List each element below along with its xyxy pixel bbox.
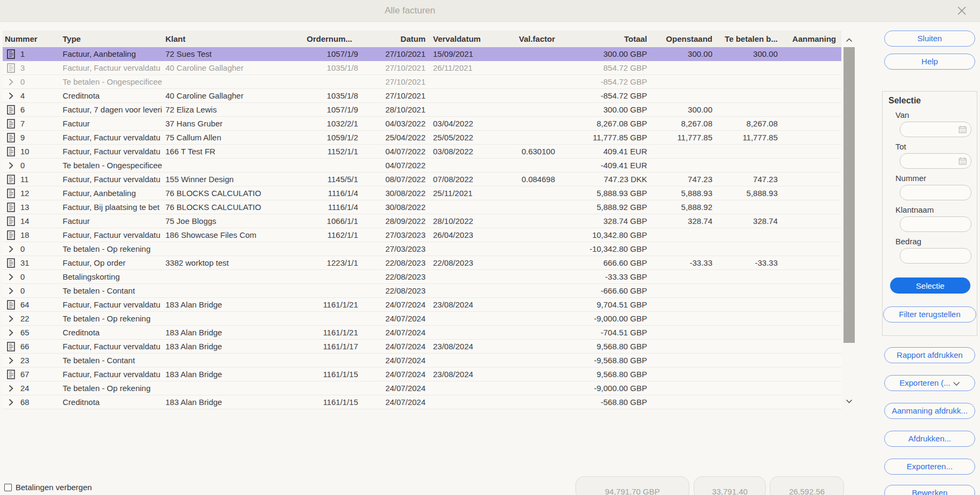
table-row[interactable]: 14Factuur75 Joe Bloggs1066/1/128/09/2022… (3, 214, 841, 228)
chevron-right-icon[interactable] (6, 78, 16, 86)
cell-aanmaning (778, 186, 841, 200)
scroll-down-icon[interactable] (842, 395, 856, 408)
table-row[interactable]: 0Te betalen - Contant22/08/2023-666.60 G… (3, 284, 841, 298)
table-row[interactable]: 0Te betalen - Op rekening27/03/2023-10,3… (3, 242, 841, 256)
column-header-aanmaning[interactable]: Aanmaning (778, 31, 841, 47)
cell-aanmaning (778, 103, 841, 116)
cell-totaal: -409.41 EUR (555, 159, 647, 172)
rapport-afdrukken-button[interactable]: Rapport afdrukken (884, 347, 975, 363)
cell-order: 1161/1/15 (305, 368, 358, 381)
cell-klant: 76 BLOCKS CALCULATIO (164, 186, 305, 200)
table-row[interactable]: 12Factuur, Aanbetaling76 BLOCKS CALCULAT… (3, 186, 841, 200)
table-row[interactable]: 0Te betalen - Ongespecificee27/10/2021-8… (3, 75, 841, 89)
sluiten-button[interactable]: Sluiten (884, 31, 975, 47)
column-header-verval[interactable]: Vervaldatum (426, 31, 491, 47)
cell-nummer: 64 (3, 298, 62, 311)
chevron-right-icon[interactable] (6, 315, 16, 322)
cell-betalen (712, 145, 778, 158)
bewerken-button[interactable]: Bewerken (884, 485, 975, 495)
vertical-scrollbar[interactable] (842, 31, 856, 409)
aanmaning-afdrukken-button[interactable]: Aanmaning afdrukk... (884, 403, 975, 419)
afdrukken-button[interactable]: Afdrukken... (884, 431, 975, 447)
cell-totaal: 666.60 GBP (555, 256, 647, 269)
cell-totaal: 409.41 EUR (555, 145, 647, 158)
cell-aanmaning (778, 270, 841, 283)
cell-type: Factuur, Bij plaatsing te bet (62, 200, 164, 214)
cell-type: Factuur, Factuur vervaldatu (62, 340, 164, 353)
cell-order: 1223/1/1 (305, 256, 358, 269)
exporteren-button[interactable]: Exporteren... (884, 459, 975, 475)
table-row[interactable]: 18Factuur, Factuur vervaldatu186 Showcas… (3, 228, 841, 242)
chevron-right-icon[interactable] (6, 357, 16, 364)
amount-input[interactable] (900, 248, 971, 264)
cell-betalen: 747.23 (712, 172, 778, 186)
table-row[interactable]: 3Factuur, Factuur vervaldatu40 Caroline … (3, 61, 841, 75)
customer-name-input[interactable] (900, 216, 971, 232)
table-row[interactable]: 9Factuur, Factuur vervaldatu75 Callum Al… (3, 131, 841, 145)
cell-aanmaning (778, 61, 841, 74)
column-header-factor[interactable]: Val.factor (491, 31, 555, 47)
chevron-right-icon[interactable] (6, 162, 16, 169)
cell-datum: 04/07/2022 (358, 159, 426, 172)
column-header-open[interactable]: Openstaand (647, 31, 712, 47)
to-date-input[interactable] (900, 153, 971, 169)
table-row[interactable]: 11Factuur, Factuur vervaldatu155 Winner … (3, 172, 841, 186)
table-row[interactable]: 6Factuur, 7 dagen voor leveri72 Eliza Le… (3, 103, 841, 117)
column-header-nummer[interactable]: Nummer (3, 31, 62, 47)
cell-type: Te betalen - Ongespecificee (62, 75, 164, 88)
cell-verval: 15/09/2021 (426, 47, 491, 61)
chevron-right-icon[interactable] (6, 273, 16, 281)
table-row[interactable]: 0Te betalen - Ongespecificee04/07/2022-4… (3, 159, 841, 172)
column-header-betalen[interactable]: Te betalen b... (712, 31, 778, 47)
table-row[interactable]: 4Creditnota40 Caroline Gallagher1035/1/8… (3, 89, 841, 103)
cell-nummer: 23 (3, 354, 62, 367)
cell-klant: 183 Alan Bridge (164, 298, 305, 311)
column-header-type[interactable]: Type (62, 31, 164, 47)
cell-klant: 186 Showcase Files Com (164, 228, 305, 242)
cell-aanmaning (778, 214, 841, 228)
chevron-right-icon[interactable] (6, 399, 16, 406)
column-header-totaal[interactable]: Totaal (555, 31, 647, 47)
cell-klant: 75 Callum Allen (164, 131, 305, 144)
table-row[interactable]: 1Factuur, Aanbetaling72 Sues Test1057/1/… (3, 47, 841, 61)
chevron-right-icon[interactable] (6, 92, 16, 100)
chevron-right-icon[interactable] (6, 385, 16, 392)
chevron-right-icon[interactable] (6, 329, 16, 336)
chevron-right-icon[interactable] (6, 287, 16, 295)
cell-factor (491, 200, 555, 214)
chevron-right-icon[interactable] (6, 245, 16, 253)
table-row[interactable]: 10Factuur, Factuur vervaldatu166 T Test … (3, 145, 841, 159)
table-row[interactable]: 23Te betalen - Contant24/07/2024-9,568.8… (3, 354, 841, 368)
column-header-klant[interactable]: Klant (164, 31, 305, 47)
table-row[interactable]: 24Te betalen - Op rekening24/07/2024-9,0… (3, 381, 841, 395)
scrollbar-thumb[interactable] (844, 47, 855, 343)
filter-reset-button[interactable]: Filter terugstellen (883, 306, 976, 322)
table-row[interactable]: 7Factuur37 Hans Gruber1032/2/104/03/2022… (3, 117, 841, 131)
close-icon[interactable] (956, 5, 967, 16)
cell-klant: 40 Caroline Gallagher (164, 89, 305, 102)
help-button[interactable]: Help (884, 54, 975, 70)
cell-klant: 75 Joe Bloggs (164, 214, 305, 228)
scroll-up-icon[interactable] (842, 34, 856, 47)
cell-datum: 08/07/2022 (358, 172, 426, 186)
table-row[interactable]: 13Factuur, Bij plaatsing te bet76 BLOCKS… (3, 200, 841, 214)
cell-nummer: 14 (3, 214, 62, 228)
table-row[interactable]: 31Factuur, Op order3382 worktop test1223… (3, 256, 841, 270)
table-row[interactable]: 68Creditnota183 Alan Bridge1161/1/1524/0… (3, 395, 841, 409)
table-row[interactable]: 64Factuur, Factuur vervaldatu183 Alan Br… (3, 298, 841, 312)
table-row[interactable]: 0Betalingskorting22/08/2023-33.33 GBP (3, 270, 841, 284)
number-input[interactable] (900, 185, 971, 200)
exporteren-dropdown-button[interactable]: Exporteren (... (884, 375, 975, 391)
column-header-datum[interactable]: Datum (358, 31, 426, 47)
hide-payments-checkbox[interactable] (4, 484, 12, 491)
total-payable-field: 26,592.56 (770, 476, 844, 495)
table-row[interactable]: 67Factuur, Factuur vervaldatu183 Alan Br… (3, 368, 841, 381)
cell-totaal: 5,888.92 GBP (555, 200, 647, 214)
invoice-icon (6, 147, 16, 156)
column-header-order[interactable]: Ordernum... (305, 31, 358, 47)
selectie-apply-button[interactable]: Selectie (890, 278, 970, 294)
from-date-input[interactable] (900, 122, 971, 137)
table-row[interactable]: 66Factuur, Factuur vervaldatu183 Alan Br… (3, 340, 841, 354)
table-row[interactable]: 65Creditnota183 Alan Bridge1161/1/2124/0… (3, 326, 841, 340)
table-row[interactable]: 22Te betalen - Op rekening24/07/2024-9,0… (3, 312, 841, 326)
